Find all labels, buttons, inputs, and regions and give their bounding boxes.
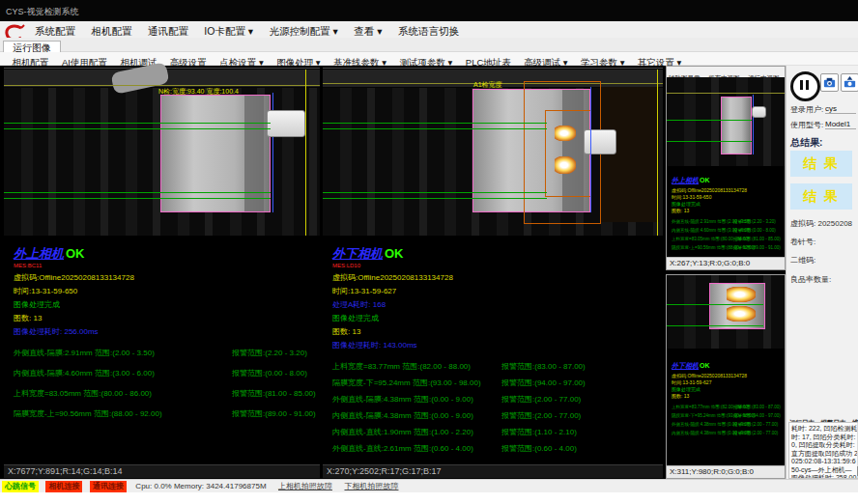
measurement-list: 上料宽度=83.77mm 范围:(82.00 - 88.00)报警范围:(83.…: [332, 361, 481, 460]
frame-count: 图数: 13: [14, 313, 162, 323]
elapsed-a-text: 处理A耗时: 168: [332, 299, 481, 310]
connector-part: [584, 129, 616, 154]
toolbar: 相机配置 AI使用配置 相机调试 高级设置 点检设置 ▾ 图像处理 ▾ 基准线参…: [0, 52, 858, 66]
measure-line-green: [4, 123, 271, 124]
side-bottom-overlay: 外下相机OK 虚拟码:Offline20250208133134728 时间:1…: [672, 354, 755, 437]
camera-b-icon: [843, 75, 857, 90]
camera-link-badge: 相机连接: [45, 481, 82, 492]
measure-line-green: [323, 123, 547, 124]
alarm-range: 报警范围:(1.10 - 2.10): [501, 427, 577, 437]
result-ok: OK: [66, 246, 85, 261]
measure-line-green: [4, 128, 271, 129]
frame-count: 图数: 13: [672, 393, 755, 399]
camera-title: 外下相机: [672, 362, 699, 369]
barcode-text: 虚拟码:Offline20250208133134728: [332, 272, 481, 283]
barcode-text: 虚拟码:Offline20250208133134728: [672, 373, 755, 378]
alarm-range: 报警范围:(2.00 - 77.00): [501, 394, 581, 405]
measure-line-green: [667, 304, 763, 305]
side-top-overlay: 外上相机OK 虚拟码:Offline20250208133134728 时间:1…: [672, 169, 755, 252]
measure-line-green: [667, 325, 763, 326]
bottom-strip: [0, 492, 858, 504]
measure-line-green: [323, 198, 547, 199]
camera-lower-image[interactable]: A1检宽度: [323, 70, 663, 236]
camera-a-button[interactable]: [820, 73, 839, 92]
camera-lower-overlay: 外下相机OK MES:LD10 虚拟码:Offline2025020813313…: [332, 244, 481, 460]
pixel-coords-side-bottom: X:311;Y:980;R:0;G:0;B:0: [667, 465, 785, 478]
result-ok: OK: [700, 177, 710, 183]
alarm-range: 报警范围:(83.00 - 87.00): [733, 403, 781, 411]
upper-camera-fault-link[interactable]: 上相机拍照故障: [278, 480, 332, 493]
inspected-part: [721, 97, 752, 154]
pause-icon: [806, 80, 809, 90]
edge-line-blue: [753, 95, 754, 154]
weld-glow: [555, 156, 576, 174]
side-view-top: 辅助图显示 所有内视图 运行内视图 外上相机OK 虚拟码:Offline2025…: [666, 66, 786, 270]
elapsed-text: 图像处理耗时: 256.00ms: [14, 326, 162, 337]
mes-note: MES:BC11: [14, 263, 162, 269]
mes-note: MES:LD10: [332, 263, 481, 269]
alarm-range: 报警范围:(2.20 - 3.20): [232, 348, 307, 358]
camera-upper-image[interactable]: N检:宽度:93.40 宽度:100.4: [4, 70, 320, 236]
control-panel: 登录用户: cys 使用型号: Model1 总结果: 结 果 结 果 虚拟码:…: [786, 66, 858, 479]
pixel-coords-upper: X:7677;Y:891;R:14;G:14;B:14: [4, 464, 320, 478]
total-result-label: 总结果:: [790, 136, 822, 150]
measure-row: 隔膜宽度-上=90.56mm 范围:(88.00 - 92.00): [14, 409, 162, 418]
pause-button[interactable]: [790, 71, 820, 101]
alarm-range: 报警范围:(2.00 - 77.00): [733, 429, 778, 437]
connector-part: [752, 106, 766, 118]
frame-count: 图数: 13: [672, 208, 755, 213]
barcode-text: 虚拟码:Offline20250208133134728: [672, 187, 755, 193]
app-window: CYS-视觉检测系统 系统配置 相机配置 通讯配置 IO卡配置 ▾ 光源控制配置…: [0, 0, 858, 504]
inspected-part: [160, 95, 271, 212]
weld-glow: [555, 126, 576, 141]
camera-upper-overlay: 外上相机OK MES:BC11 虚拟码:Offline2025020813313…: [14, 244, 162, 429]
model-label: 使用型号:: [790, 120, 823, 130]
status-bar: 心跳信号 相机连接 通讯连接 Cpu: 0.0% Memory: 3424.41…: [0, 479, 858, 493]
login-user-label: 登录用户:: [790, 104, 823, 115]
status-text: 图像处理完成: [14, 299, 162, 310]
alarm-range: 报警范围:(81.00 - 85.00): [232, 388, 316, 399]
result-box-2: 结 果: [790, 183, 852, 210]
lower-camera-fault-link[interactable]: 下相机拍照故障: [344, 480, 398, 493]
reference-line-yellow: [667, 93, 785, 94]
measure-line-green: [323, 192, 547, 193]
result-ok: OK: [385, 246, 404, 261]
status-text: 图像处理完成: [672, 201, 755, 207]
measure-row: 外侧直线-隔膜:4.38mm 范围:(0.00 - 9.00): [332, 395, 473, 404]
time-text: 时间:13-31-59-650: [14, 286, 162, 296]
alarm-range: 报警范围:(81.00 - 85.00): [733, 235, 781, 243]
alarm-range: 报警范围:(0.60 - 4.00): [501, 443, 577, 454]
login-user-value[interactable]: cys: [825, 104, 856, 114]
measure-row: 上料宽度=83.77mm 范围:(82.00 - 88.00): [332, 362, 471, 371]
result-ok: OK: [700, 362, 710, 369]
measure-line-green: [323, 128, 547, 129]
alarm-range: 报警范围:(0.00 - 8.00): [232, 368, 307, 378]
time-text: 时间:13-31-59-650: [672, 194, 755, 200]
qr-code-label: 二维码:: [790, 255, 815, 266]
result-box-1: 结 果: [790, 151, 852, 177]
yield-count-label: 良品率数量:: [790, 274, 831, 285]
alarm-range: 报警范围:(0.00 - 8.00): [733, 226, 776, 235]
side-view-bottom: 外下相机OK 虚拟码:Offline20250208133134728 时间:1…: [666, 274, 786, 479]
elapsed-text: 图像处理耗时: 143.00ms: [332, 340, 481, 350]
comm-link-badge: 通讯连接: [90, 481, 127, 492]
side-bottom-image[interactable]: [667, 275, 785, 349]
log-output[interactable]: 耗时: 222, 凹陷检测耗时: 17, 凹陷分类耗时: 0, 凹陷提取分类耗时…: [788, 422, 858, 479]
edge-line-blue: [590, 87, 591, 212]
cpu-memory-readout: Cpu: 0.0% Memory: 3424.41796875M: [135, 480, 266, 493]
reference-line-yellow: [4, 85, 320, 86]
camera-view-lower: A1检宽度 外下相机OK: [323, 68, 663, 478]
camera-b-button[interactable]: [841, 73, 858, 92]
main-area: N检:宽度:93.40 宽度:100.4 外上相机OK MES:BC11 虚拟码…: [0, 66, 858, 479]
model-value[interactable]: Model1: [825, 120, 856, 129]
needle-number-label: 卷针号:: [790, 237, 815, 247]
time-text: 时间:13-31-59-627: [672, 379, 755, 385]
camera-title: 外上相机: [672, 177, 699, 183]
measure-line-green: [667, 141, 752, 142]
alarm-range: 报警范围:(83.00 - 87.00): [501, 361, 586, 372]
heartbeat-badge: 心跳信号: [2, 481, 39, 492]
measure-line-green: [667, 120, 752, 121]
measure-row: 内侧直线-隔膜:4.38mm 范围:(0.00 - 9.00): [332, 411, 473, 420]
log-text: 耗时: 222, 凹陷检测耗时: 17, 凹陷分类耗时: 0, 凹陷提取分类耗时…: [791, 425, 858, 479]
side-top-image[interactable]: [667, 77, 785, 166]
